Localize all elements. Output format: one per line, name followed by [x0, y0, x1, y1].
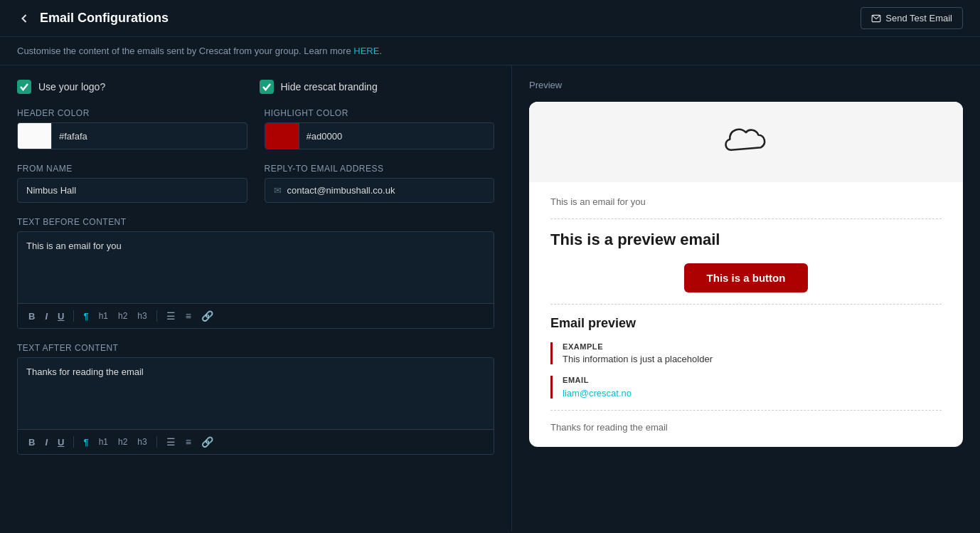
- divider-1: [550, 218, 942, 219]
- email-section-title: Email preview: [550, 316, 942, 331]
- learn-more-link[interactable]: HERE: [353, 46, 379, 56]
- highlight-color-label: Highlight Color: [265, 108, 495, 118]
- reply-to-group: Reply-To Email Address ✉: [265, 164, 495, 203]
- email-preview-card: This is an email for you This is a previ…: [529, 102, 963, 447]
- text-after-label: Text After Content: [17, 343, 494, 353]
- use-logo-group: Use your logo?: [17, 80, 252, 94]
- toolbar-divider-4: [156, 436, 157, 448]
- divider-2: [550, 304, 942, 305]
- hide-branding-label: Hide crescat branding: [281, 81, 378, 93]
- email-cta-button[interactable]: This is a button: [684, 263, 809, 292]
- italic-button-2[interactable]: I: [41, 435, 51, 450]
- from-name-group: From Name: [17, 164, 247, 203]
- email-label: EMAIL: [563, 376, 942, 384]
- envelope-icon: [871, 14, 881, 23]
- use-logo-checkbox[interactable]: [17, 80, 31, 94]
- toolbar-divider-3: [73, 436, 74, 448]
- reply-to-input[interactable]: [287, 179, 486, 202]
- underline-button-1[interactable]: U: [54, 309, 68, 324]
- h2-button-1[interactable]: h2: [114, 309, 131, 323]
- example-label: EXAMPLE: [563, 342, 942, 351]
- left-panel: Use your logo? Hide crescat branding Hea…: [0, 65, 512, 531]
- email-preview-subtext: This is an email for you: [550, 196, 942, 207]
- ordered-list-button-2[interactable]: ≡: [182, 434, 195, 450]
- name-email-row: From Name Reply-To Email Address ✉: [17, 164, 494, 203]
- h1-button-1[interactable]: h1: [95, 309, 112, 323]
- use-logo-label: Use your logo?: [38, 81, 105, 93]
- subtitle-bar: Customise the content of the emails sent…: [0, 37, 980, 65]
- email-icon: ✉: [274, 185, 282, 196]
- header-color-label: Header Color: [17, 108, 247, 118]
- text-after-editor: Thanks for reading the email B I U ¶ h1 …: [17, 357, 494, 455]
- text-before-label: Text Before Content: [17, 217, 494, 227]
- text-after-content[interactable]: Thanks for reading the email: [18, 358, 494, 429]
- h3-button-1[interactable]: h3: [134, 309, 150, 323]
- right-panel: Preview This is an email for you This is…: [512, 65, 980, 531]
- paragraph-button-1[interactable]: ¶: [80, 309, 92, 324]
- hide-branding-group: Hide crescat branding: [260, 80, 495, 94]
- cloud-icon: [721, 123, 771, 161]
- highlight-color-text[interactable]: [299, 131, 494, 142]
- page-title: Email Configurations: [40, 11, 169, 26]
- main-content: Use your logo? Hide crescat branding Hea…: [0, 65, 980, 531]
- text-after-section: Text After Content Thanks for reading th…: [17, 343, 494, 455]
- example-value: This information is just a placeholder: [563, 354, 942, 364]
- toolbar-divider-1: [73, 310, 74, 322]
- example-info-block: EXAMPLE This information is just a place…: [550, 342, 942, 364]
- reply-to-input-wrap: ✉: [265, 178, 495, 203]
- hide-branding-checkbox[interactable]: [260, 80, 274, 94]
- send-test-button[interactable]: Send Test Email: [861, 7, 963, 29]
- underline-button-2[interactable]: U: [54, 435, 68, 450]
- email-header-section: [529, 102, 963, 182]
- email-cta-wrap: This is a button: [550, 263, 942, 292]
- paragraph-button-2[interactable]: ¶: [80, 435, 92, 450]
- ordered-list-button-1[interactable]: ≡: [182, 308, 195, 324]
- header-color-input-wrap: [17, 122, 247, 149]
- color-row: Header Color Highlight Color: [17, 108, 494, 149]
- email-footer-text: Thanks for reading the email: [550, 422, 942, 433]
- text-before-toolbar: B I U ¶ h1 h2 h3 ☰ ≡ 🔗: [18, 303, 494, 328]
- italic-button-1[interactable]: I: [41, 309, 51, 324]
- header-color-text[interactable]: [52, 131, 247, 142]
- email-preview-heading: This is a preview email: [550, 231, 942, 249]
- back-button[interactable]: [17, 11, 31, 26]
- preview-title: Preview: [529, 80, 963, 90]
- toolbar-divider-2: [156, 310, 157, 322]
- from-name-input[interactable]: [17, 178, 247, 203]
- reply-to-label: Reply-To Email Address: [265, 164, 495, 174]
- unordered-list-button-2[interactable]: ☰: [163, 434, 179, 450]
- text-before-editor: This is an email for you B I U ¶ h1 h2 h…: [17, 231, 494, 329]
- options-row: Use your logo? Hide crescat branding: [17, 80, 494, 94]
- h2-button-2[interactable]: h2: [114, 435, 131, 449]
- top-bar-left: Email Configurations: [17, 11, 169, 26]
- highlight-color-input-wrap: [265, 122, 495, 149]
- unordered-list-button-1[interactable]: ☰: [163, 308, 179, 324]
- link-button-2[interactable]: 🔗: [198, 434, 217, 450]
- h3-button-2[interactable]: h3: [134, 435, 150, 449]
- text-before-section: Text Before Content This is an email for…: [17, 217, 494, 329]
- link-button-1[interactable]: 🔗: [198, 308, 217, 324]
- header-color-swatch[interactable]: [18, 123, 52, 149]
- from-name-label: From Name: [17, 164, 247, 174]
- email-info-block: EMAIL liam@crescat.no: [550, 376, 942, 399]
- header-color-group: Header Color: [17, 108, 247, 149]
- highlight-color-group: Highlight Color: [265, 108, 495, 149]
- email-link[interactable]: liam@crescat.no: [563, 388, 632, 399]
- text-after-toolbar: B I U ¶ h1 h2 h3 ☰ ≡ 🔗: [18, 429, 494, 454]
- text-before-content[interactable]: This is an email for you: [18, 232, 494, 303]
- bold-button-2[interactable]: B: [25, 435, 38, 450]
- bold-button-1[interactable]: B: [25, 309, 38, 324]
- email-body: This is an email for you This is a previ…: [529, 182, 963, 447]
- highlight-color-swatch[interactable]: [265, 123, 299, 149]
- h1-button-2[interactable]: h1: [95, 435, 112, 449]
- divider-3: [550, 410, 942, 411]
- top-bar: Email Configurations Send Test Email: [0, 0, 980, 37]
